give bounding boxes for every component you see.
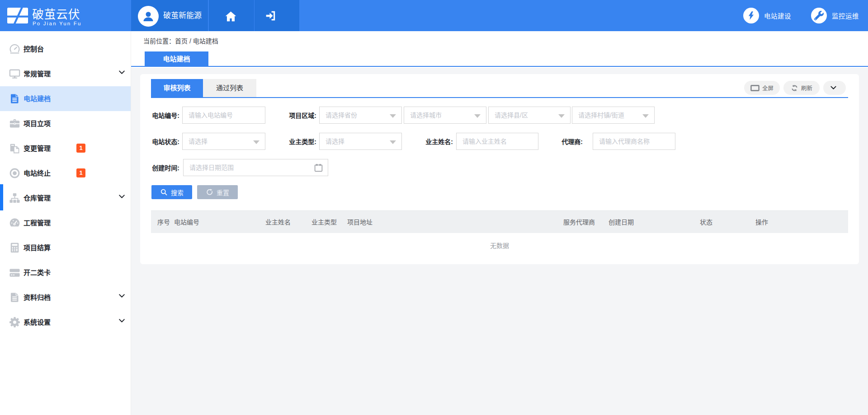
svg-text:Po Jian Yun Fu: Po Jian Yun Fu <box>33 21 82 26</box>
svg-text:破茧云伏: 破茧云伏 <box>32 8 80 21</box>
